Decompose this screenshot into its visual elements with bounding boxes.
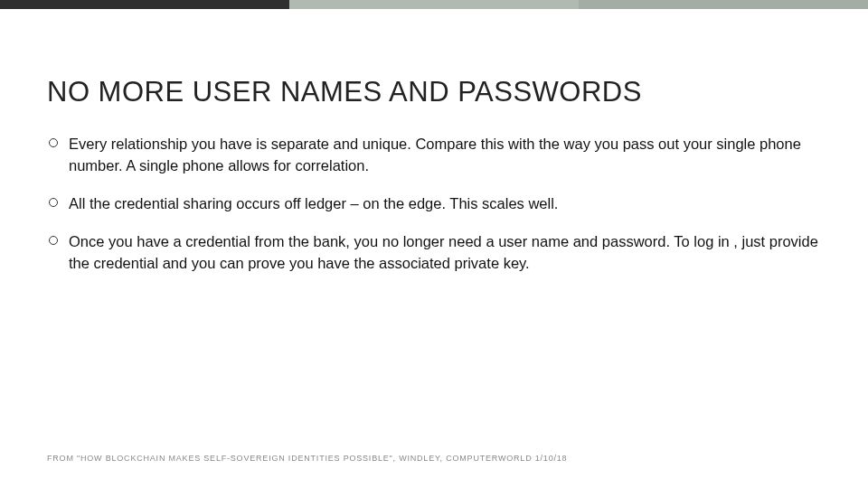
list-item: All the credential sharing occurs off le…: [47, 193, 821, 215]
bullet-list: Every relationship you have is separate …: [47, 134, 821, 275]
slide-content: NO MORE USER NAMES AND PASSWORDS Every r…: [0, 9, 868, 275]
accent-bar-1: [0, 0, 289, 9]
list-item: Every relationship you have is separate …: [47, 134, 821, 177]
slide-title: NO MORE USER NAMES AND PASSWORDS: [47, 76, 821, 108]
accent-bar-row: [0, 0, 868, 9]
list-item: Once you have a credential from the bank…: [47, 231, 821, 275]
accent-bar-2: [289, 0, 579, 9]
footer-citation: FROM "HOW BLOCKCHAIN MAKES SELF-SOVEREIG…: [47, 454, 567, 463]
accent-bar-3: [579, 0, 868, 9]
